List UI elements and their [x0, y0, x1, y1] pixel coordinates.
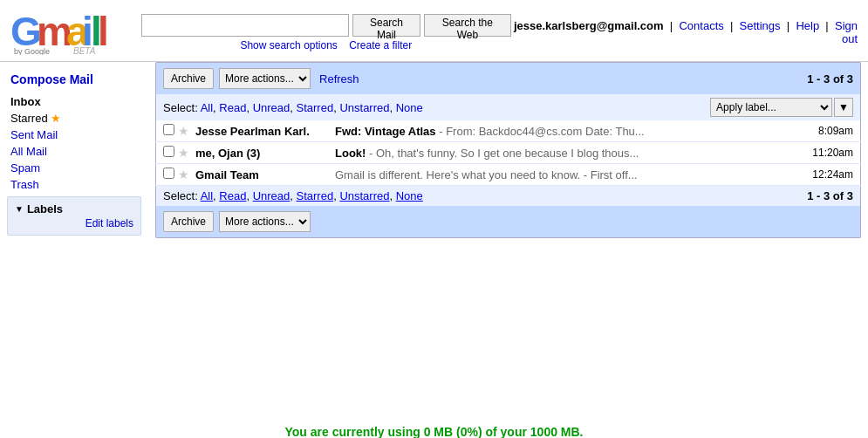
show-search-options-link[interactable]: Show search options [240, 39, 337, 51]
labels-section: ▼ Labels Edit labels [7, 196, 141, 236]
email-star-cell-1[interactable]: ★ [176, 142, 192, 164]
sidebar-item-trash[interactable]: Trash [0, 176, 148, 193]
header: G m a i l l by Google BETA Search Mail S… [0, 0, 868, 62]
footer: You are currently using 0 MB (0%) of you… [0, 411, 868, 438]
bottom-select-all-link[interactable]: All [201, 189, 213, 202]
email-time-1: 11:20am [782, 142, 860, 164]
top-toolbar: Archive More actions... Refresh 1 - 3 of… [155, 62, 861, 94]
email-star-cell-0[interactable]: ★ [176, 120, 192, 142]
bottom-select-unread-link[interactable]: Unread [253, 189, 290, 202]
email-checkbox-1[interactable] [163, 146, 174, 157]
apply-label-area: Apply label... ▼ [710, 98, 853, 117]
bottom-select-none-link[interactable]: None [396, 189, 423, 202]
star-icon: ★ [51, 112, 61, 125]
archive-button-top[interactable]: Archive [163, 68, 214, 89]
search-web-button[interactable]: Search the Web [424, 14, 511, 37]
more-actions-select-bottom[interactable]: More actions... [219, 211, 311, 232]
sidebar-item-all[interactable]: All Mail [0, 143, 148, 160]
create-filter-link[interactable]: Create a filter [349, 39, 412, 51]
email-from-1[interactable]: me, Ojan (3) [192, 142, 331, 164]
gmail-logo: G m a i l l by Google BETA [10, 7, 115, 58]
bottom-toolbar: Archive More actions... [155, 206, 861, 238]
apply-label-select[interactable]: Apply label... [710, 98, 832, 117]
contacts-link[interactable]: Contacts [679, 19, 723, 32]
email-from-0[interactable]: Jesse Pearlman Karl. [192, 120, 331, 142]
select-unread-link[interactable]: Unread [253, 101, 290, 114]
storage-info: You are currently using 0 MB (0%) of you… [0, 425, 868, 438]
email-checkbox-0[interactable] [163, 124, 174, 135]
select-starred-link[interactable]: Starred [297, 101, 334, 114]
refresh-link[interactable]: Refresh [319, 72, 359, 86]
svg-text:BETA: BETA [73, 46, 96, 55]
message-count-top: 1 - 3 of 3 [807, 72, 853, 86]
edit-labels-link[interactable]: Edit labels [15, 217, 133, 229]
gmail-logo-svg: G m a i l l by Google BETA [10, 7, 115, 55]
select-read-link[interactable]: Read [219, 101, 246, 114]
select-all-link[interactable]: All [201, 101, 213, 114]
more-actions-select-top[interactable]: More actions... [219, 68, 311, 89]
email-checkbox-cell[interactable] [156, 142, 177, 164]
select-bar: Select: All, Read, Unread, Starred, Unst… [155, 94, 861, 120]
logo-area: G m a i l l by Google BETA [10, 7, 115, 58]
compose-mail-button[interactable]: Compose Mail [0, 69, 148, 93]
sign-out-link[interactable]: Sign out [835, 19, 858, 45]
bottom-select-starred-link[interactable]: Starred [297, 189, 334, 202]
select-links: Select: All, Read, Unread, Starred, Unst… [163, 101, 423, 114]
email-time-0: 8:09am [782, 120, 860, 142]
main-content: Archive More actions... Refresh 1 - 3 of… [148, 62, 868, 411]
star-toggle-2[interactable]: ★ [178, 168, 189, 181]
star-toggle-1[interactable]: ★ [178, 146, 189, 160]
email-time-2: 12:24am [782, 164, 860, 186]
sidebar-item-inbox[interactable]: Inbox [0, 93, 148, 110]
select-none-link[interactable]: None [396, 101, 423, 114]
search-input[interactable] [141, 14, 349, 37]
email-checkbox-cell[interactable] [156, 120, 177, 142]
layout: Compose Mail Inbox Starred ★ Sent Mail A… [0, 62, 868, 411]
email-from-2[interactable]: Gmail Team [192, 164, 331, 186]
search-mail-button[interactable]: Search Mail [352, 14, 420, 37]
archive-button-bottom[interactable]: Archive [163, 211, 214, 232]
svg-text:l: l [98, 9, 109, 54]
table-row[interactable]: ★ Gmail Team Gmail is different. Here's … [156, 164, 861, 186]
email-subject-0[interactable]: Fwd: Vintage Atlas - From: Backdoc44@cs.… [331, 120, 782, 142]
email-subject-2[interactable]: Gmail is different. Here's what you need… [331, 164, 782, 186]
email-list: ★ Jesse Pearlman Karl. Fwd: Vintage Atla… [156, 120, 861, 186]
select-unstarred-link[interactable]: Unstarred [339, 101, 389, 114]
labels-header: ▼ Labels [15, 202, 133, 216]
top-right: jesse.karlsberg@gmail.com | Contacts | S… [511, 19, 858, 45]
email-subject-1[interactable]: Look! - Oh, that's funny. So I get one b… [331, 142, 782, 164]
svg-text:by Google: by Google [14, 47, 50, 55]
apply-label-button[interactable]: ▼ [834, 98, 853, 117]
sidebar-item-spam[interactable]: Spam [0, 160, 148, 176]
sidebar-item-sent[interactable]: Sent Mail [0, 127, 148, 143]
table-row[interactable]: ★ Jesse Pearlman Karl. Fwd: Vintage Atla… [156, 120, 861, 142]
table-row[interactable]: ★ me, Ojan (3) Look! - Oh, that's funny.… [156, 142, 861, 164]
email-star-cell-2[interactable]: ★ [176, 164, 192, 186]
bottom-select-unstarred-link[interactable]: Unstarred [339, 189, 389, 202]
email-checkbox-2[interactable] [163, 168, 174, 179]
user-email: jesse.karlsberg@gmail.com [514, 19, 664, 32]
sidebar-item-starred[interactable]: Starred ★ [0, 110, 148, 127]
bottom-select-bar: Select: All, Read, Unread, Starred, Unst… [155, 186, 861, 206]
message-count-bottom: 1 - 3 of 3 [807, 189, 853, 202]
sidebar: Compose Mail Inbox Starred ★ Sent Mail A… [0, 62, 148, 411]
search-row: Search Mail Search the Web [141, 14, 511, 37]
settings-header-link[interactable]: Settings [740, 19, 781, 32]
email-checkbox-cell[interactable] [156, 164, 177, 186]
email-table: ★ Jesse Pearlman Karl. Fwd: Vintage Atla… [155, 120, 861, 186]
search-links: Show search options Create a filter [240, 39, 412, 51]
labels-triangle-icon: ▼ [15, 204, 24, 214]
search-area: Search Mail Search the Web Show search o… [141, 14, 511, 51]
help-link[interactable]: Help [796, 19, 819, 32]
bottom-select-read-link[interactable]: Read [219, 189, 246, 202]
star-toggle-0[interactable]: ★ [178, 124, 189, 138]
